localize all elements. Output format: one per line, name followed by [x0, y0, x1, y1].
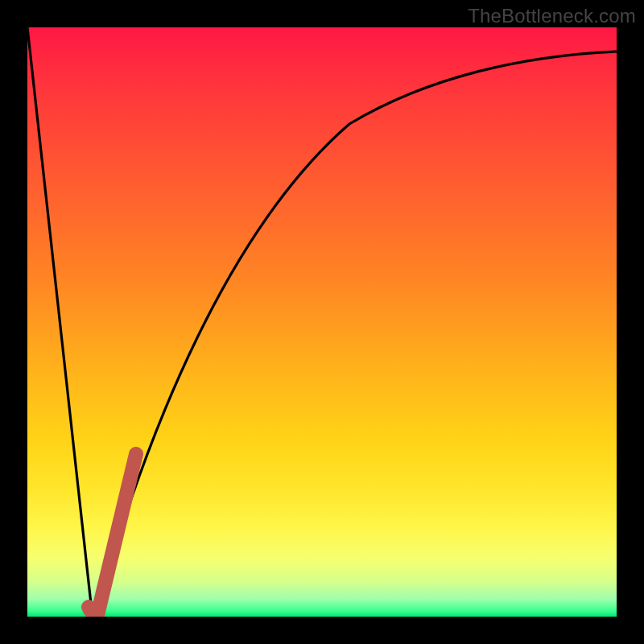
curve-layer [27, 27, 617, 617]
chart-frame: TheBottleneck.com [0, 0, 644, 644]
highlight-segment-path [89, 454, 136, 613]
watermark-text: TheBottleneck.com [468, 5, 636, 27]
plot-area [27, 27, 617, 617]
